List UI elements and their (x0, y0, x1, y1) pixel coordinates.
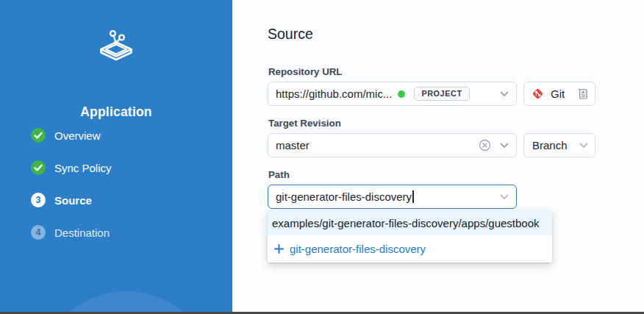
select-indicator-icon (577, 88, 588, 100)
source-form-panel: Source Repository URL https://github.com… (232, 0, 644, 314)
sidebar-header: Application (0, 28, 232, 66)
app-window: Application Overview Sync Policy 3 Sourc… (0, 0, 644, 314)
plus-icon (274, 244, 284, 254)
text-cursor (412, 190, 414, 203)
repository-url-value: https://github.com/mic... (276, 88, 392, 100)
path-label: Path (268, 169, 290, 180)
suggestion-item-create-new[interactable]: git-generator-files-discovery (268, 235, 552, 263)
revision-type-select[interactable]: Branch (523, 133, 595, 157)
target-revision-label: Target Revision (268, 118, 341, 129)
step-label: Overview (54, 129, 101, 142)
connection-status-dot (398, 90, 405, 98)
check-icon (31, 160, 46, 175)
wizard-steps: Overview Sync Policy 3 Source 4 Destinat… (31, 125, 112, 254)
step-source[interactable]: 3 Source (31, 190, 112, 210)
revision-type-value: Branch (532, 139, 568, 151)
wizard-sidebar: Application Overview Sync Policy 3 Sourc… (0, 0, 232, 314)
step-number-badge: 3 (31, 193, 46, 207)
sidebar-title: Application (0, 104, 232, 120)
check-icon (31, 128, 46, 143)
chevron-down-icon[interactable] (579, 143, 588, 149)
step-overview[interactable]: Overview (31, 125, 112, 146)
repository-url-label: Repository URL (268, 66, 342, 77)
step-sync-policy[interactable]: Sync Policy (31, 157, 112, 178)
project-badge: PROJECT (414, 87, 469, 101)
step-label: Destination (54, 226, 110, 239)
chevron-down-icon[interactable] (500, 143, 509, 149)
step-number-badge: 4 (31, 225, 46, 240)
chevron-down-icon[interactable] (500, 194, 509, 200)
chevron-down-icon[interactable] (500, 91, 509, 97)
step-label: Sync Policy (54, 162, 112, 174)
clear-icon[interactable] (479, 139, 491, 151)
page-title: Source (268, 26, 313, 43)
target-revision-value: master (276, 139, 310, 151)
target-revision-input[interactable]: master (268, 133, 517, 157)
path-input[interactable]: git-generator-files-discovery (268, 185, 517, 209)
suggestion-item[interactable]: examples/git-generator-files-discovery/a… (268, 210, 552, 235)
decorative-circle (38, 291, 215, 314)
step-destination[interactable]: 4 Destination (31, 222, 112, 243)
repo-type-value: Git (551, 88, 565, 100)
suggestion-label: examples/git-generator-files-discovery/a… (272, 217, 540, 229)
git-logo-icon (531, 87, 545, 101)
repository-url-input[interactable]: https://github.com/mic... PROJECT (268, 82, 517, 106)
path-suggestions-dropdown: examples/git-generator-files-discovery/a… (268, 210, 552, 263)
application-box-icon (98, 28, 135, 66)
step-label: Source (54, 194, 92, 207)
repo-type-select[interactable]: Git (523, 82, 595, 106)
suggestion-label: git-generator-files-discovery (290, 243, 426, 255)
path-value: git-generator-files-discovery (276, 190, 412, 203)
